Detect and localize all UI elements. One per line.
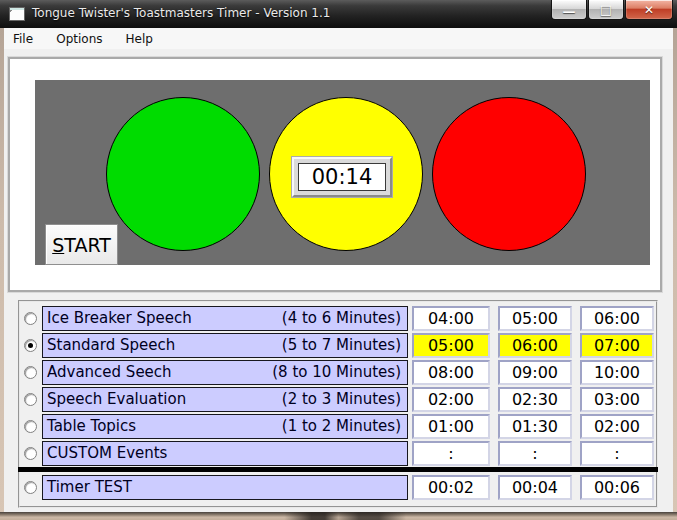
- window-title: Tongue Twister's Toastmasters Timer - Ve…: [32, 0, 330, 28]
- window-controls: — □ ✕: [550, 0, 673, 20]
- time-yellow-input[interactable]: 00:04: [498, 475, 572, 500]
- event-name: Standard Speech: [47, 336, 175, 354]
- event-name: Advanced Seech: [47, 363, 172, 381]
- time-red-input[interactable]: 03:00: [580, 387, 654, 412]
- window-border-bottom: [0, 512, 677, 520]
- event-range: (1 to 2 Minutes): [282, 417, 401, 435]
- time-yellow-input[interactable]: 05:00: [498, 306, 572, 331]
- time-green-input[interactable]: 08:00: [412, 360, 490, 385]
- time-green-input[interactable]: 02:00: [412, 387, 490, 412]
- row-custom-events: CUSTOM Events : : :: [20, 441, 656, 466]
- time-yellow-input[interactable]: 09:00: [498, 360, 572, 385]
- start-button-accelerator: S: [52, 234, 64, 256]
- traffic-light-panel: 00:14 START: [8, 57, 662, 292]
- start-button-label-rest: TART: [64, 234, 111, 256]
- section-divider: [18, 467, 658, 472]
- row-timer-test: Timer TEST 00:02 00:04 00:06: [20, 475, 656, 500]
- close-icon: ✕: [644, 4, 654, 16]
- menu-options[interactable]: Options: [47, 29, 111, 46]
- event-label: Advanced Seech (8 to 10 Minutes): [42, 360, 408, 385]
- time-red-input[interactable]: 00:06: [580, 475, 654, 500]
- radio-advanced-speech[interactable]: [24, 366, 37, 379]
- timer-display: 00:14: [298, 163, 386, 191]
- menu-bar: File Options Help: [4, 28, 673, 50]
- time-yellow-input[interactable]: 01:30: [498, 414, 572, 439]
- red-light: [432, 97, 586, 251]
- maximize-icon: □: [600, 3, 612, 16]
- event-label: Timer TEST: [42, 475, 408, 500]
- event-name: Timer TEST: [47, 478, 132, 496]
- close-button[interactable]: ✕: [625, 0, 673, 20]
- start-button[interactable]: START: [45, 224, 118, 265]
- time-yellow-input[interactable]: 02:30: [498, 387, 572, 412]
- time-red-input[interactable]: 06:00: [580, 306, 654, 331]
- minimize-icon: —: [563, 5, 576, 18]
- time-green-input[interactable]: 00:02: [412, 475, 490, 500]
- radio-standard-speech[interactable]: [24, 339, 37, 352]
- time-red-input[interactable]: :: [580, 441, 654, 466]
- time-yellow-input[interactable]: 06:00: [498, 333, 572, 358]
- traffic-light-background: 00:14 START: [35, 80, 650, 265]
- app-icon: [9, 7, 25, 21]
- title-bar: Tongue Twister's Toastmasters Timer - Ve…: [0, 0, 677, 29]
- minimize-button[interactable]: —: [551, 0, 587, 20]
- event-range: (5 to 7 Minutes): [282, 336, 401, 354]
- time-red-input[interactable]: 07:00: [580, 333, 654, 358]
- green-light: [106, 97, 260, 251]
- event-range: (4 to 6 Minutes): [282, 309, 401, 327]
- event-name: Speech Evaluation: [47, 390, 186, 408]
- time-green-input[interactable]: 05:00: [412, 333, 490, 358]
- time-yellow-input[interactable]: :: [498, 441, 572, 466]
- time-red-input[interactable]: 10:00: [580, 360, 654, 385]
- event-name: CUSTOM Events: [47, 444, 167, 462]
- event-label: Standard Speech (5 to 7 Minutes): [42, 333, 408, 358]
- timer-display-frame: 00:14: [292, 157, 392, 197]
- radio-speech-evaluation[interactable]: [24, 393, 37, 406]
- row-standard-speech: Standard Speech (5 to 7 Minutes) 05:00 0…: [20, 333, 656, 358]
- maximize-button[interactable]: □: [588, 0, 624, 20]
- menu-file[interactable]: File: [4, 29, 42, 46]
- event-name: Table Topics: [47, 417, 136, 435]
- event-label: Table Topics (1 to 2 Minutes): [42, 414, 408, 439]
- row-ice-breaker-speech: Ice Breaker Speech (4 to 6 Minutes) 04:0…: [20, 306, 656, 331]
- time-green-input[interactable]: 01:00: [412, 414, 490, 439]
- row-table-topics: Table Topics (1 to 2 Minutes) 01:00 01:3…: [20, 414, 656, 439]
- time-red-input[interactable]: 02:00: [580, 414, 654, 439]
- radio-table-topics[interactable]: [24, 420, 37, 433]
- event-range: (8 to 10 Minutes): [272, 363, 401, 381]
- radio-custom-events[interactable]: [24, 447, 37, 460]
- event-label: Ice Breaker Speech (4 to 6 Minutes): [42, 306, 408, 331]
- event-name: Ice Breaker Speech: [47, 309, 192, 327]
- time-green-input[interactable]: :: [412, 441, 490, 466]
- radio-ice-breaker-speech[interactable]: [24, 312, 37, 325]
- event-label: Speech Evaluation (2 to 3 Minutes): [42, 387, 408, 412]
- client-area: 00:14 START Ice Breaker Speech (4 to 6 M…: [4, 49, 673, 512]
- row-speech-evaluation: Speech Evaluation (2 to 3 Minutes) 02:00…: [20, 387, 656, 412]
- time-green-input[interactable]: 04:00: [412, 306, 490, 331]
- radio-timer-test[interactable]: [24, 481, 37, 494]
- event-range: (2 to 3 Minutes): [282, 390, 401, 408]
- schedule-table: Ice Breaker Speech (4 to 6 Minutes) 04:0…: [18, 300, 658, 508]
- menu-help[interactable]: Help: [117, 29, 162, 46]
- row-advanced-speech: Advanced Seech (8 to 10 Minutes) 08:00 0…: [20, 360, 656, 385]
- event-label: CUSTOM Events: [42, 441, 408, 466]
